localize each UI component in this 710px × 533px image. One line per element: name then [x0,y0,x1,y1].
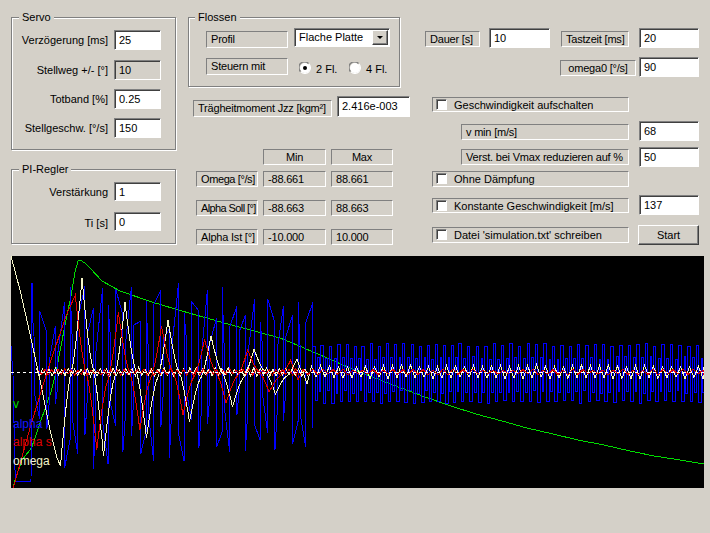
svg-text:alpha s: alpha s [13,435,52,449]
svg-text:alpha i: alpha i [13,417,48,431]
svg-text:v: v [13,397,19,411]
svg-text:omega: omega [13,454,50,468]
